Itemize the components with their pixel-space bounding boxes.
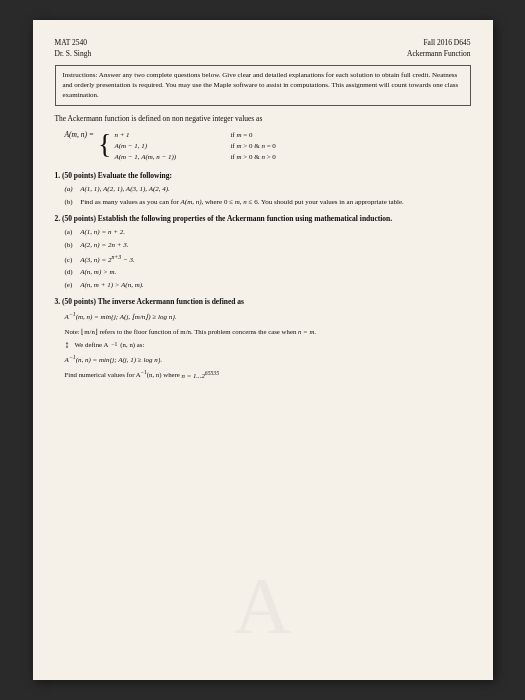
p2-part-b-label: (b) [65, 240, 79, 251]
instructor-name: Dr. S. Singh [55, 49, 92, 60]
part-b-text: Find as many values as you can for A(m, … [80, 198, 404, 206]
case-expr-2: A(m − 1, 1) [114, 141, 224, 152]
p2-part-c-label: (c) [65, 255, 79, 266]
definition-lhs: A(m, n) = [65, 130, 94, 140]
problem-3-header: 3. (50 points) The inverse Ackermann fun… [55, 297, 471, 307]
problem-2-part-d: (d) A(n, m) > m. [65, 267, 471, 278]
p2-part-a-text: A(1, n) = n + 2. [80, 228, 125, 236]
brace-container: { n + 1 if m = 0 A(m − 1, 1) if m > 0 & … [98, 130, 276, 164]
header-left: MAT 2540 Dr. S. Singh [55, 38, 92, 59]
problem-2: 2. (50 points) Establish the following p… [55, 214, 471, 290]
problem-3: 3. (50 points) The inverse Ackermann fun… [55, 297, 471, 380]
semester: Fall 2016 D645 [407, 38, 471, 49]
exam-paper: MAT 2540 Dr. S. Singh Fall 2016 D645 Ack… [33, 20, 493, 680]
p2-part-e-text: A(n, m + 1) > A(n, m). [80, 281, 144, 289]
p2-part-b-text: A(2, n) = 2n + 3. [80, 241, 128, 249]
problem-2-part-b: (b) A(2, n) = 2n + 3. [65, 240, 471, 251]
p2-part-e-label: (e) [65, 280, 79, 291]
problem-3-number: 3. [55, 297, 61, 306]
p2-part-a-label: (a) [65, 227, 79, 238]
problem-2-label: Establish the following properties of th… [98, 214, 392, 223]
problem-1-number: 1. [55, 171, 61, 180]
problem-1-label: Evaluate the following: [98, 171, 172, 180]
problem-3-note-1: Note: ⌊m/n⌋ refers to the floor function… [65, 327, 471, 337]
case-cond-1: if m = 0 [230, 130, 252, 141]
header-right: Fall 2016 D645 Ackermann Function [407, 38, 471, 59]
cases-table: n + 1 if m = 0 A(m − 1, 1) if m > 0 & n … [114, 130, 275, 164]
inverse-def-1: A−1(m, n) = min{j; A(j, ⌊m/n⌋) ≥ log n}. [65, 310, 471, 323]
case-row-1: n + 1 if m = 0 [114, 130, 275, 141]
problem-1-part-a: (a) A(1, 1), A(2, 1), A(3, 1), A(2, 4). [65, 184, 471, 195]
case-cond-3: if m > 0 & n > 0 [230, 152, 275, 163]
problem-1: 1. (50 points) Evaluate the following: (… [55, 171, 471, 207]
instructions-text: Instructions: Answer any two complete qu… [63, 71, 459, 99]
problem-1-points: (50 points) [62, 171, 96, 180]
problem-3-points: (50 points) [62, 297, 96, 306]
case-expr-1: n + 1 [114, 130, 224, 141]
p2-part-d-label: (d) [65, 267, 79, 278]
part-a-text: A(1, 1), A(2, 1), A(3, 1), A(2, 4). [80, 185, 170, 193]
problem-1-header: 1. (50 points) Evaluate the following: [55, 171, 471, 181]
definition-intro: The Ackermann function is defined on non… [55, 114, 471, 124]
problem-1-part-b: (b) Find as many values as you can for A… [65, 197, 471, 208]
course-name: MAT 2540 [55, 38, 92, 49]
exam-header: MAT 2540 Dr. S. Singh Fall 2016 D645 Ack… [55, 38, 471, 59]
watermark: A [234, 552, 292, 660]
ackermann-definition: A(m, n) = { n + 1 if m = 0 A(m − 1, 1) i… [65, 130, 471, 164]
problem-2-points: (50 points) [62, 214, 96, 223]
case-row-3: A(m − 1, A(m, n − 1)) if m > 0 & n > 0 [114, 152, 275, 163]
case-cond-2: if m > 0 & n = 0 [230, 141, 275, 152]
problem-2-part-c: (c) A(3, n) = 2n+3 − 3. [65, 252, 471, 265]
problem-2-part-e: (e) A(n, m + 1) > A(n, m). [65, 280, 471, 291]
problem-2-header: 2. (50 points) Establish the following p… [55, 214, 471, 224]
find-values-text: Find numerical values for A−1(n, n) wher… [65, 369, 471, 380]
part-a-label: (a) [65, 184, 79, 195]
part-b-label: (b) [65, 197, 79, 208]
left-brace: { [98, 130, 111, 158]
p2-part-d-text: A(n, m) > m. [80, 268, 116, 276]
problem-2-part-a: (a) A(1, n) = n + 2. [65, 227, 471, 238]
case-expr-3: A(m − 1, A(m, n − 1)) [114, 152, 224, 163]
p2-part-c-text: A(3, n) = 2n+3 − 3. [80, 256, 134, 264]
case-row-2: A(m − 1, 1) if m > 0 & n = 0 [114, 141, 275, 152]
inverse-def-2: A−1(n, n) = min{j; A(j, 1) ≥ log n}. [65, 353, 471, 366]
problem-3-label: The inverse Ackermann function is define… [98, 297, 244, 306]
problem-2-number: 2. [55, 214, 61, 223]
problem-3-note-2: ↕ We define A−1(n, n) as: [65, 340, 471, 350]
instructions-box: Instructions: Answer any two complete qu… [55, 65, 471, 106]
exam-title: Ackermann Function [407, 49, 471, 60]
